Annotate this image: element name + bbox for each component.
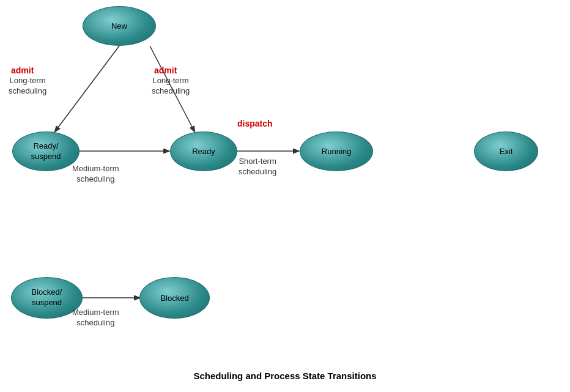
node-new-label: New	[111, 21, 127, 31]
label-mediumterm1: Medium-termscheduling	[72, 164, 119, 185]
node-blocked: Blocked	[139, 277, 210, 319]
node-running-label: Running	[322, 147, 351, 156]
node-ready-suspend: Ready/suspend	[12, 131, 80, 171]
node-exit: Exit	[474, 131, 538, 171]
arrows-svg	[0, 0, 570, 392]
diagram-container: New Ready/suspend Ready Running Exit Blo…	[0, 0, 570, 392]
label-shortterm: Short-termscheduling	[239, 157, 276, 177]
node-ready-suspend-label: Ready/suspend	[31, 141, 61, 162]
node-ready-label: Ready	[192, 147, 215, 156]
node-exit-label: Exit	[500, 147, 513, 156]
label-longterm2: Long-termscheduling	[152, 76, 190, 97]
caption: Scheduling and Process State Transitions	[0, 371, 570, 381]
node-running: Running	[300, 131, 373, 171]
label-admit2-red: admit	[154, 65, 177, 76]
label-dispatch-red: dispatch	[237, 118, 273, 129]
svg-line-0	[55, 46, 119, 131]
node-blocked-label: Blocked	[160, 294, 188, 303]
label-mediumterm2: Medium-termscheduling	[72, 308, 119, 328]
node-ready: Ready	[170, 131, 237, 171]
label-admit1-red: admit	[11, 65, 34, 76]
node-new: New	[83, 6, 156, 46]
node-blocked-suspend-label: Blocked/suspend	[32, 287, 62, 308]
label-longterm1: Long-termscheduling	[9, 76, 46, 97]
